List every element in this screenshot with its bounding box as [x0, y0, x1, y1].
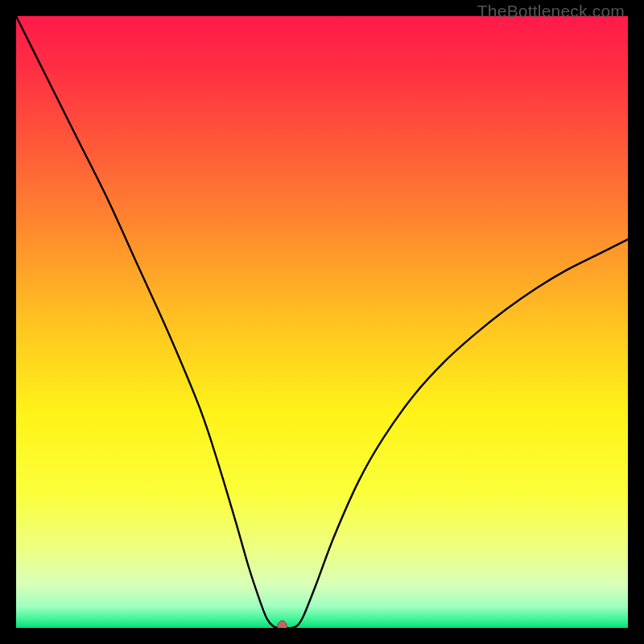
plot-area — [16, 16, 628, 628]
gradient-background — [16, 16, 628, 628]
watermark-text: TheBottleneck.com — [477, 2, 625, 21]
bottleneck-curve-chart — [16, 16, 628, 628]
chart-frame: TheBottleneck.com — [0, 0, 644, 644]
